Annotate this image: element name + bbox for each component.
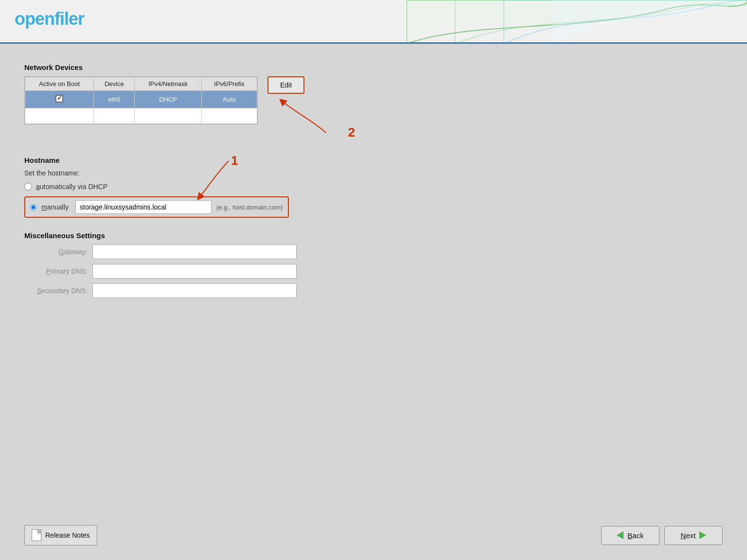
active-checkbox[interactable] [55,95,63,103]
hostname-section: Hostname Set the hostname: automatically… [24,156,723,218]
hostname-hint: (e.g., host.domain.com) [216,204,283,211]
secondary-dns-row: Secondary DNS: [24,283,723,298]
network-devices-table: Active on Boot Device IPv4/Netmask IPv6/… [24,76,258,124]
misc-settings-title: Miscellaneous Settings [24,231,723,240]
hostname-title: Hostname [24,156,723,164]
col-ipv6: IPv6/Prefix [201,77,257,91]
gateway-label: Gateway: [24,248,88,256]
ipv4-cell: DHCP [135,91,202,108]
release-notes-label: Release Notes [45,531,90,539]
gateway-row: Gateway: [24,245,723,259]
next-label: Next [681,531,696,540]
document-icon [32,529,41,541]
gateway-input[interactable] [92,245,297,259]
secondary-dns-input[interactable] [92,283,297,298]
table-row-empty [25,108,257,124]
primary-dns-input[interactable] [92,264,297,279]
manual-hostname-container: manually (e.g., host.domain.com) [24,196,289,218]
next-arrow-icon [699,531,706,539]
main-content: Network Devices Active on Boot Device IP… [0,44,747,515]
col-device: Device [94,77,135,91]
col-ipv4: IPv4/Netmask [135,77,202,91]
hostname-subtitle: Set the hostname: [24,169,723,177]
misc-settings-section: Miscellaneous Settings Gateway: Primary … [24,231,723,298]
col-active-on-boot: Active on Boot [25,77,94,91]
app-logo: openfiler [15,9,84,29]
release-notes-button[interactable]: Release Notes [24,525,97,545]
table-row[interactable]: eth0 DHCP Auto [25,91,257,108]
edit-button[interactable]: Edit [267,76,304,94]
manual-hostname-input[interactable] [75,200,212,214]
auto-dhcp-label: automatically via DHCP [36,183,107,191]
back-arrow-icon [617,531,623,539]
manual-hostname-row: manually (e.g., host.domain.com) [24,196,723,218]
annotation-label-2: 2 [348,125,355,140]
auto-dhcp-row: automatically via DHCP [24,183,723,191]
manual-label: manually [41,203,71,211]
back-label: Back [627,531,643,540]
back-button[interactable]: Back [601,526,659,545]
network-devices-section: Network Devices Active on Boot Device IP… [24,63,723,142]
primary-dns-label: Primary DNS: [24,267,88,275]
manual-radio[interactable] [30,204,36,210]
next-button[interactable]: Next [664,526,723,545]
auto-dhcp-radio[interactable] [24,183,32,191]
network-devices-title: Network Devices [24,63,723,71]
header-decoration [407,0,747,44]
ipv6-cell: Auto [201,91,257,108]
footer: Release Notes Back Next [0,515,747,560]
footer-nav: Back Next [601,526,723,545]
secondary-dns-label: Secondary DNS: [24,287,88,295]
primary-dns-row: Primary DNS: [24,264,723,279]
device-cell: eth0 [94,91,135,108]
header: openfiler [0,0,747,44]
